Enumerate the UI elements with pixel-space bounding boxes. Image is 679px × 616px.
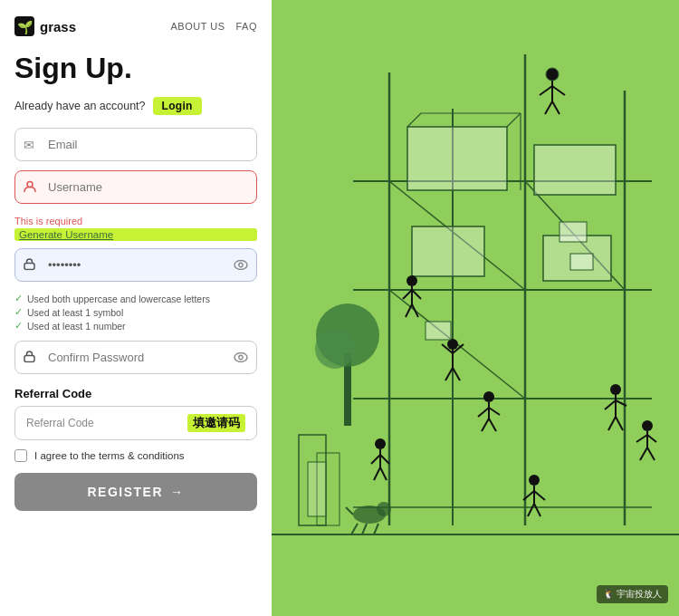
svg-point-62 bbox=[447, 339, 458, 350]
password-field-wrapper bbox=[14, 248, 257, 282]
svg-rect-89 bbox=[559, 222, 587, 242]
password-icon bbox=[24, 257, 35, 273]
svg-rect-21 bbox=[407, 127, 507, 190]
svg-rect-6 bbox=[24, 355, 34, 361]
hint-text-1: Used both uppercase and lowercase letter… bbox=[27, 294, 210, 304]
referral-badge: 填邀请码 bbox=[187, 414, 245, 432]
right-panel: 🐧 宇宙投放人 bbox=[272, 0, 679, 616]
svg-rect-23 bbox=[412, 226, 484, 276]
svg-point-2 bbox=[27, 181, 33, 187]
svg-point-44 bbox=[375, 438, 386, 449]
generate-username-link[interactable]: Generate Username bbox=[14, 228, 257, 241]
watermark: 🐧 宇宙投放人 bbox=[597, 585, 668, 603]
svg-point-32 bbox=[546, 68, 559, 81]
svg-text:🌱: 🌱 bbox=[17, 20, 33, 35]
svg-point-8 bbox=[239, 355, 243, 359]
username-error: This is required bbox=[14, 216, 257, 226]
nav-links: ABOUT US FAQ bbox=[170, 21, 257, 32]
svg-point-38 bbox=[406, 275, 417, 286]
svg-rect-90 bbox=[570, 254, 593, 270]
svg-point-5 bbox=[239, 263, 243, 266]
register-button[interactable]: REGISTER → bbox=[14, 473, 257, 511]
hint-check-3: ✓ bbox=[14, 320, 23, 332]
hint-check-2: ✓ bbox=[14, 306, 23, 318]
register-arrow-icon: → bbox=[170, 485, 185, 499]
header: 🌱 grass ABOUT US FAQ bbox=[14, 16, 257, 36]
svg-point-50 bbox=[610, 384, 621, 395]
nav-faq[interactable]: FAQ bbox=[235, 21, 257, 32]
svg-rect-91 bbox=[426, 322, 451, 340]
login-button[interactable]: Login bbox=[153, 97, 202, 115]
confirm-password-field-wrapper bbox=[14, 341, 257, 374]
confirm-password-input[interactable] bbox=[14, 341, 257, 374]
account-label: Already have an account? bbox=[14, 100, 146, 112]
svg-rect-22 bbox=[534, 145, 616, 195]
svg-point-4 bbox=[234, 260, 247, 269]
email-input[interactable] bbox=[14, 128, 257, 161]
username-field-wrapper bbox=[14, 170, 257, 204]
referral-label: Referral Code bbox=[14, 387, 257, 400]
confirm-password-icon bbox=[24, 350, 35, 365]
page-title: Sign Up. bbox=[14, 53, 257, 84]
email-icon: ✉ bbox=[24, 138, 34, 152]
referral-wrapper[interactable]: Referral Code 填邀请码 bbox=[14, 406, 257, 440]
username-input[interactable] bbox=[14, 170, 257, 204]
logo-area: 🌱 grass bbox=[14, 16, 76, 36]
terms-row: I agree to the terms & conditions bbox=[14, 449, 257, 462]
username-icon bbox=[24, 179, 36, 195]
referral-placeholder: Referral Code bbox=[26, 417, 182, 429]
svg-point-56 bbox=[483, 391, 494, 402]
hint-text-2: Used at least 1 symbol bbox=[27, 307, 123, 318]
svg-rect-88 bbox=[308, 462, 326, 516]
password-eye-icon[interactable] bbox=[234, 258, 248, 273]
password-hints: ✓ Used both uppercase and lowercase lett… bbox=[14, 293, 257, 333]
register-btn-text: REGISTER bbox=[87, 485, 163, 499]
svg-point-68 bbox=[529, 475, 540, 486]
svg-rect-3 bbox=[24, 263, 34, 269]
account-row: Already have an account? Login bbox=[14, 97, 257, 115]
confirm-password-eye-icon[interactable] bbox=[234, 351, 248, 365]
watermark-text: 🐧 宇宙投放人 bbox=[603, 589, 662, 599]
svg-point-7 bbox=[234, 352, 247, 361]
password-input[interactable] bbox=[14, 248, 257, 282]
terms-label: I agree to the terms & conditions bbox=[34, 450, 185, 461]
svg-point-31 bbox=[315, 329, 355, 369]
hint-2: ✓ Used at least 1 symbol bbox=[14, 306, 257, 318]
svg-point-74 bbox=[642, 420, 653, 431]
logo-text: grass bbox=[40, 19, 76, 34]
hint-text-3: Used at least 1 number bbox=[27, 321, 126, 332]
email-field-wrapper: ✉ bbox=[14, 128, 257, 161]
illustration bbox=[272, 0, 679, 616]
terms-checkbox[interactable] bbox=[14, 449, 27, 462]
nav-about[interactable]: ABOUT US bbox=[170, 21, 225, 32]
hint-1: ✓ Used both uppercase and lowercase lett… bbox=[14, 293, 257, 304]
logo-icon: 🌱 bbox=[14, 16, 34, 36]
left-panel: 🌱 grass ABOUT US FAQ Sign Up. Already ha… bbox=[0, 0, 272, 616]
hint-3: ✓ Used at least 1 number bbox=[14, 320, 257, 332]
svg-point-81 bbox=[377, 502, 391, 516]
hint-check-1: ✓ bbox=[14, 293, 23, 304]
